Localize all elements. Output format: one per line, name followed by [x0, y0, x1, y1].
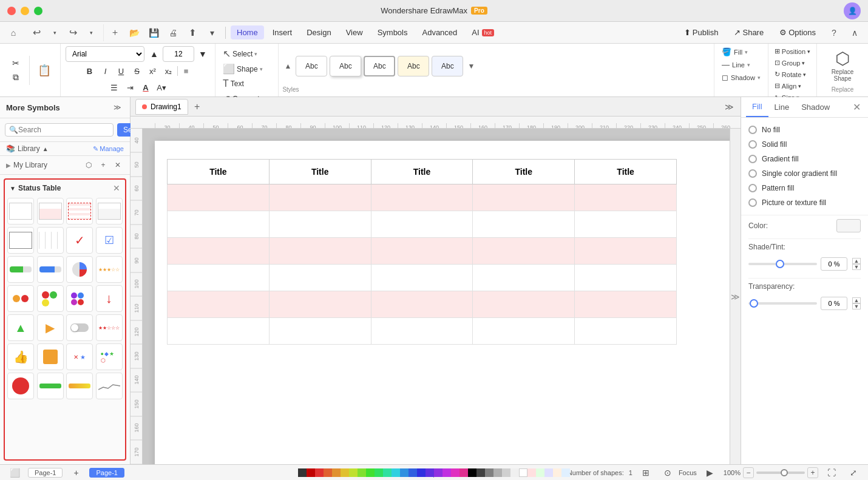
table-cell[interactable] — [473, 318, 575, 345]
menu-design[interactable]: Design — [300, 25, 337, 39]
palette-color[interactable] — [307, 468, 315, 477]
align-button[interactable]: ⊟ Align▾ — [772, 81, 813, 91]
palette-color[interactable] — [476, 468, 485, 477]
palette-color[interactable] — [442, 468, 451, 477]
transparency-decrement[interactable]: ▼ — [852, 303, 861, 309]
collapse-button[interactable]: ∧ — [846, 24, 863, 41]
table-cell[interactable] — [575, 211, 677, 238]
palette-color[interactable] — [375, 468, 383, 477]
palette-color[interactable] — [485, 468, 493, 477]
right-panel-close-button[interactable]: ✕ — [850, 99, 863, 115]
table-row[interactable] — [168, 291, 677, 318]
export-button[interactable]: ⬆ — [184, 24, 201, 41]
shadow-button[interactable]: ◻ Shadow ▾ — [718, 72, 764, 83]
options-button[interactable]: ⚙ Options — [773, 25, 822, 39]
table-cell[interactable] — [371, 318, 473, 345]
underline-button[interactable]: U — [114, 64, 129, 78]
palette-color[interactable] — [493, 468, 502, 477]
symbol-checkmark[interactable]: ✓ — [66, 227, 93, 254]
cut-button[interactable]: ✂ — [5, 57, 27, 69]
palette-color[interactable] — [561, 468, 570, 477]
palette-color[interactable] — [400, 468, 409, 477]
table-cell[interactable] — [371, 238, 473, 265]
add-tab-button[interactable]: + — [191, 100, 204, 113]
color-swatch[interactable] — [836, 219, 861, 232]
style-swatch-5[interactable]: Abc — [432, 56, 463, 76]
menu-symbols[interactable]: Symbols — [371, 25, 414, 39]
table-cell[interactable] — [371, 265, 473, 291]
symbol-cross-star[interactable]: ✕ ★ — [66, 343, 93, 370]
table-cell[interactable] — [269, 265, 371, 291]
palette-color[interactable] — [527, 468, 536, 477]
right-panel-expand-button[interactable]: ≫ — [730, 129, 741, 464]
palette-color[interactable] — [332, 468, 341, 477]
canvas-scroll[interactable]: Ⓐ Title Title Title Title Title — [143, 129, 730, 464]
palette-color[interactable] — [459, 468, 468, 477]
table-cell[interactable] — [575, 318, 677, 345]
symbol-table-light-1[interactable] — [96, 198, 123, 225]
rotate-button[interactable]: ↻ Rotate▾ — [772, 69, 813, 79]
symbol-box[interactable] — [37, 343, 64, 370]
solid-fill-option[interactable]: Solid fill — [748, 137, 861, 152]
section-close-button[interactable]: ✕ — [113, 183, 120, 193]
home-icon[interactable]: ⌂ — [5, 24, 22, 41]
palette-color[interactable] — [553, 468, 561, 477]
list-button[interactable]: ☰ — [107, 80, 121, 95]
symbol-shapes-mix[interactable]: ● ◆ ★ ⬡ — [96, 343, 123, 370]
table-cell[interactable] — [473, 238, 575, 265]
transparency-slider-thumb[interactable] — [750, 299, 758, 308]
font-family-select[interactable]: Arial — [66, 46, 144, 62]
table-header-1[interactable]: Title — [168, 160, 270, 184]
undo-button[interactable]: ↩ — [28, 24, 45, 41]
transparency-value-input[interactable] — [821, 297, 847, 310]
table-cell[interactable] — [269, 291, 371, 318]
table-header-2[interactable]: Title — [269, 160, 371, 184]
pattern-fill-option[interactable]: Pattern fill — [748, 181, 861, 195]
replace-shape-button[interactable]: ⬡ ReplaceShape — [823, 46, 862, 84]
save-button[interactable]: 💾 — [145, 24, 162, 41]
align-button[interactable]: ≡ — [179, 64, 194, 78]
table-cell[interactable] — [575, 291, 677, 318]
menu-home[interactable]: Home — [231, 25, 264, 39]
fill-color-button[interactable]: A▾ — [154, 80, 169, 95]
symbol-orange-gradient-bar[interactable] — [66, 373, 93, 399]
palette-color[interactable] — [366, 468, 375, 477]
palette-color[interactable] — [349, 468, 358, 477]
single-color-gradient-option[interactable]: Single color gradient fill — [748, 166, 861, 181]
subscript-button[interactable]: x₂ — [161, 64, 176, 78]
table-cell[interactable] — [168, 211, 270, 238]
palette-color[interactable] — [324, 468, 332, 477]
symbol-table-plain-1[interactable] — [7, 198, 34, 225]
palette-color[interactable] — [298, 468, 307, 477]
share-button[interactable]: ↗ Share — [728, 25, 770, 39]
paste-button[interactable]: 📋 — [33, 58, 55, 83]
symbol-bar-green[interactable] — [7, 256, 34, 283]
palette-color[interactable] — [315, 468, 324, 477]
group-button[interactable]: ⊡ Group▾ — [772, 58, 813, 68]
maximize-button[interactable] — [34, 7, 42, 15]
table-cell[interactable] — [168, 238, 270, 265]
gradient-fill-option[interactable]: Gradient fill — [748, 152, 861, 166]
palette-color[interactable] — [358, 468, 366, 477]
shade-slider[interactable] — [748, 263, 817, 265]
no-fill-option[interactable]: No fill — [748, 123, 861, 137]
palette-color[interactable] — [383, 468, 392, 477]
shade-slider-thumb[interactable] — [776, 260, 784, 268]
style-swatch-4[interactable]: Abc — [398, 56, 429, 76]
transparency-slider[interactable] — [748, 302, 817, 305]
table-cell[interactable] — [473, 211, 575, 238]
palette-color[interactable] — [392, 468, 400, 477]
zoom-slider[interactable] — [756, 472, 805, 474]
symbol-stars[interactable]: ★★★☆☆ — [96, 256, 123, 283]
table-row[interactable] — [168, 265, 677, 291]
line-button[interactable]: — Line ▾ — [718, 59, 764, 70]
table-row[interactable] — [168, 238, 677, 265]
symbol-arrow-down[interactable]: ↓ — [96, 285, 123, 312]
symbol-line-chart[interactable] — [96, 373, 123, 399]
bold-button[interactable]: B — [83, 64, 97, 78]
line-tab[interactable]: Line — [768, 98, 796, 117]
open-button[interactable]: 📂 — [126, 24, 143, 41]
table-cell[interactable] — [168, 318, 270, 345]
table-cell[interactable] — [371, 291, 473, 318]
table-cell[interactable] — [168, 265, 270, 291]
